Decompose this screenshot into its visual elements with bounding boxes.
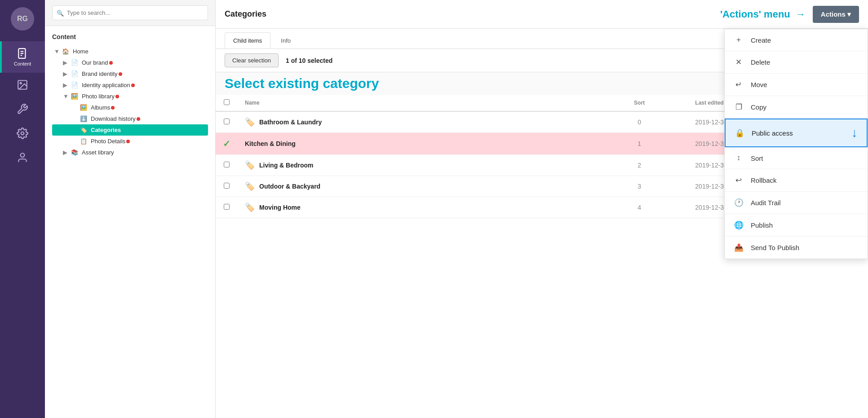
dropdown-item-label: Copy [751, 103, 766, 111]
search-input[interactable] [52, 5, 208, 20]
row-name: Bathroom & Laundry [259, 119, 322, 126]
row-checkbox[interactable] [224, 119, 230, 124]
search-icon: 🔍 [57, 9, 64, 16]
chevron-down-icon: ▼ [63, 93, 69, 100]
svg-point-7 [21, 153, 25, 157]
sidebar-item-identity-application[interactable]: ▶ 📄 Identity application [52, 79, 208, 91]
row-name-cell: 🏷️ Outdoor & Backyard [238, 176, 591, 197]
row-checkbox[interactable] [224, 162, 230, 167]
status-dot [111, 106, 115, 110]
row-sort: 4 [591, 197, 688, 218]
gear-icon [17, 128, 28, 139]
dropdown-item-delete[interactable]: ✕ Delete [725, 51, 868, 74]
sidebar-item-asset-library[interactable]: ▶ 📚 Asset library [52, 147, 208, 158]
status-dot [137, 117, 140, 121]
status-dot [119, 72, 122, 76]
col-checkbox [216, 95, 238, 111]
actions-dropdown-menu: + Create ✕ Delete ↵ Move ❐ Copy 🔒 Public… [724, 29, 868, 259]
page-title: Categories [225, 9, 266, 19]
dropdown-item-move[interactable]: ↵ Move [725, 74, 868, 96]
row-checkbox-cell [216, 111, 238, 133]
audit-trail-icon: 🕐 [734, 198, 744, 207]
main-content: Categories 'Actions' menu → Actions ▾ Ch… [216, 0, 868, 418]
albums-icon: 🖼️ [80, 104, 88, 111]
sidebar-tree: Content ▼ 🏠 Home ▶ 📄 Our brand ▶ 📄 Brand… [45, 26, 215, 165]
row-name-cell: 🏷️ Bathroom & Laundry [238, 111, 591, 133]
dropdown-item-rollback[interactable]: ↩ Rollback [725, 169, 868, 192]
row-checkbox[interactable] [224, 204, 230, 210]
dropdown-item-audit-trail[interactable]: 🕐 Audit Trail [725, 192, 868, 214]
sidebar-item-albums[interactable]: ▶ 🖼️ Albums [52, 102, 208, 113]
chevron-right-icon: ▶ [63, 59, 69, 66]
dropdown-item-sort[interactable]: ↕ Sort [725, 147, 868, 169]
actions-button[interactable]: Actions ▾ [813, 6, 859, 23]
dropdown-item-send-to-publish[interactable]: 📤 Send To Publish [725, 237, 868, 259]
page-icon: 📄 [71, 70, 79, 77]
photo-library-icon: 🖼️ [71, 93, 79, 100]
search-box: 🔍 [45, 0, 215, 26]
sidebar-item-categories[interactable]: ▶ 🏷️ Categories [52, 124, 208, 136]
rollback-icon: ↩ [734, 176, 744, 185]
row-checkbox-cell: ✓ [216, 133, 238, 155]
dropdown-item-label: Publish [751, 221, 773, 229]
row-name: Moving Home [259, 204, 301, 211]
clear-selection-button[interactable]: Clear selection [225, 53, 279, 67]
dropdown-item-label: Move [751, 81, 767, 88]
sidebar-icon-users[interactable] [0, 145, 45, 170]
chevron-right-icon: ▶ [63, 82, 69, 88]
status-dot [131, 84, 135, 87]
page-icon: 📄 [71, 82, 79, 88]
dropdown-item-public-access[interactable]: 🔒 Public access ↓ [725, 119, 868, 147]
chevron-right-icon: ▶ [63, 70, 69, 77]
checkmark-icon: ✓ [223, 139, 230, 149]
dropdown-item-label: Audit Trail [751, 199, 781, 207]
dropdown-item-copy[interactable]: ❐ Copy [725, 96, 868, 119]
tab-child-items[interactable]: Child items [225, 32, 270, 48]
tag-icon: 🏷️ [245, 202, 255, 212]
sort-icon: ↕ [734, 154, 744, 163]
status-dot [115, 95, 119, 98]
tag-icon: 🏷️ [245, 117, 255, 127]
sidebar-icon-tools[interactable] [0, 97, 45, 121]
row-sort: 1 [591, 133, 688, 155]
create-icon: + [734, 35, 744, 44]
sidebar-icon-settings[interactable] [0, 121, 45, 145]
row-name-cell: 🏷️ Living & Bedroom [238, 155, 591, 176]
publish-icon: 🌐 [734, 220, 744, 230]
icon-sidebar: RG Content [0, 0, 45, 418]
row-checkbox-cell [216, 155, 238, 176]
dropdown-item-label: Send To Publish [751, 244, 799, 251]
dropdown-item-label: Sort [751, 154, 763, 162]
sidebar-item-photo-library[interactable]: ▼ 🖼️ Photo library [52, 91, 208, 102]
sidebar-item-home[interactable]: ▼ 🏠 Home [52, 46, 208, 57]
sidebar-icon-media[interactable] [0, 73, 45, 97]
dropdown-item-publish[interactable]: 🌐 Publish [725, 214, 868, 237]
annotation-label: 'Actions' menu → [720, 9, 806, 20]
copy-icon: ❐ [734, 102, 744, 112]
row-checkbox-cell [216, 197, 238, 218]
sidebar-item-brand-identity[interactable]: ▶ 📄 Brand identity [52, 68, 208, 79]
public-access-icon: 🔒 [735, 128, 744, 138]
dropdown-item-label: Public access [752, 129, 793, 137]
row-checkbox[interactable] [224, 183, 230, 189]
row-name-cell: Kitchen & Dining [238, 133, 591, 155]
tab-info[interactable]: Info [272, 32, 299, 48]
image-icon [17, 79, 28, 91]
sidebar-item-our-brand[interactable]: ▶ 📄 Our brand [52, 57, 208, 68]
sidebar-item-download-history[interactable]: ▶ ⬇️ Download history [52, 113, 208, 124]
dropdown-item-create[interactable]: + Create [725, 29, 868, 51]
row-sort: 2 [591, 155, 688, 176]
row-name-cell: 🏷️ Moving Home [238, 197, 591, 218]
avatar[interactable]: RG [11, 7, 34, 31]
svg-point-6 [21, 132, 24, 135]
row-name: Outdoor & Backyard [259, 183, 320, 190]
row-name: Kitchen & Dining [245, 140, 296, 147]
user-icon [17, 152, 28, 163]
sidebar-item-photo-details[interactable]: ▶ 📋 Photo Details [52, 136, 208, 147]
home-icon: 🏠 [62, 48, 70, 55]
row-name: Living & Bedroom [259, 162, 314, 169]
content-sidebar: 🔍 Content ▼ 🏠 Home ▶ 📄 Our brand ▶ 📄 Bra… [45, 0, 216, 418]
download-icon: ⬇️ [80, 115, 88, 122]
sidebar-icon-content[interactable]: Content [0, 41, 45, 73]
select-all-checkbox[interactable] [224, 99, 230, 105]
